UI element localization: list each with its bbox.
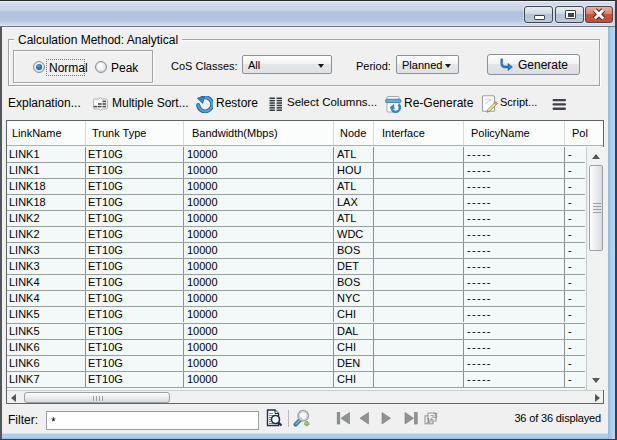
- svg-text:3: 3: [433, 412, 437, 419]
